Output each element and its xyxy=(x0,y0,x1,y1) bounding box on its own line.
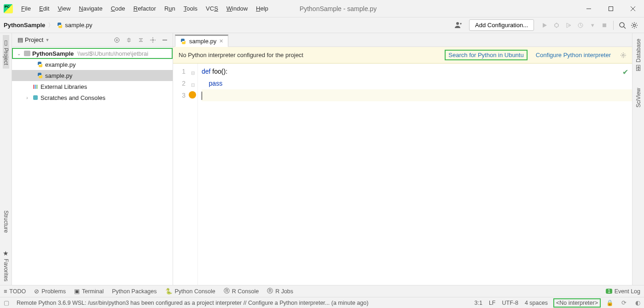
add-configuration-button[interactable]: Add Configuration... xyxy=(469,19,534,31)
svg-rect-23 xyxy=(35,85,36,89)
svg-rect-22 xyxy=(33,85,35,89)
inspection-ok-icon[interactable]: ✔ xyxy=(622,66,628,78)
menu-help[interactable]: Help xyxy=(252,3,272,14)
folder-icon: ▯ xyxy=(4,39,8,46)
status-message[interactable]: Remote Python 3.6.9 WSL: /usr/bin/python… xyxy=(17,300,468,306)
sciview-tool-button[interactable]: SciView xyxy=(635,84,642,111)
python-packages-tool-button[interactable]: Python Packages xyxy=(112,288,157,295)
r-console-tool-button[interactable]: ⓇR Console xyxy=(224,287,259,295)
python-console-tool-button[interactable]: 🐍Python Console xyxy=(165,288,215,295)
stop-button[interactable] xyxy=(598,19,610,31)
structure-tool-button[interactable]: Structure xyxy=(3,207,9,237)
indexing-icon[interactable]: ◐ xyxy=(634,299,641,307)
code-content[interactable]: ✔ def foo(): pass xyxy=(198,64,632,285)
user-icon[interactable]: ▾ xyxy=(453,19,464,31)
r-icon: Ⓡ xyxy=(267,287,273,295)
fold-icon[interactable]: ⊟ xyxy=(191,67,195,79)
fold-end-icon[interactable]: ⊡ xyxy=(191,79,195,91)
tool-window-toggle-icon[interactable]: ▢ xyxy=(3,299,10,307)
lock-icon[interactable]: 🔒 xyxy=(606,299,614,307)
banner-message: No Python interpreter configured for the… xyxy=(179,52,439,58)
menu-tools[interactable]: Tools xyxy=(180,3,201,14)
breadcrumb-project[interactable]: PythonSample xyxy=(4,22,45,29)
project-header: ▤ Project ▼ xyxy=(12,33,173,47)
indent-info[interactable]: 4 spaces xyxy=(525,300,548,306)
r-jobs-tool-button[interactable]: ⓇR Jobs xyxy=(267,287,293,295)
breadcrumb-file[interactable]: sample.py xyxy=(57,22,92,29)
python-file-icon xyxy=(37,61,43,68)
svg-point-6 xyxy=(555,23,558,27)
collapse-all-button[interactable] xyxy=(136,35,146,45)
hide-button[interactable] xyxy=(160,35,170,45)
run-button[interactable] xyxy=(539,19,551,31)
terminal-icon: ▣ xyxy=(74,288,80,295)
r-icon: Ⓡ xyxy=(224,287,230,295)
tree-external-libraries[interactable]: External Libraries xyxy=(12,81,173,92)
menu-window[interactable]: Window xyxy=(223,3,251,14)
svg-line-16 xyxy=(624,27,626,29)
python-icon: 🐍 xyxy=(165,288,173,295)
profile-button[interactable] xyxy=(574,19,586,31)
code-editor[interactable]: 1⊟ 2⊡ 3 ✔ def foo(): pass xyxy=(173,64,632,285)
menu-view[interactable]: View xyxy=(54,3,74,14)
coverage-button[interactable] xyxy=(563,19,574,31)
window-controls xyxy=(578,0,644,17)
menu-navigate[interactable]: Navigate xyxy=(75,3,106,14)
project-view-selector[interactable]: ▤ Project ▼ xyxy=(15,35,52,44)
expand-icon[interactable]: ⌄ xyxy=(16,51,22,56)
editor-tab[interactable]: sample.py ✕ xyxy=(175,35,228,47)
todo-tool-button[interactable]: ≡TODO xyxy=(4,288,26,295)
python-file-icon xyxy=(180,38,186,45)
svg-text:▾: ▾ xyxy=(460,22,462,26)
svg-point-17 xyxy=(633,24,636,26)
menu-bar: File Edit View Navigate Code Refactor Ru… xyxy=(17,3,272,14)
interpreter-status[interactable]: <No interpreter> xyxy=(554,299,600,307)
expand-icon[interactable]: › xyxy=(24,95,30,100)
tree-file[interactable]: example.py xyxy=(12,59,173,70)
left-tool-stripe: ▯Project Structure ★Favorites xyxy=(0,33,12,285)
python-file-icon xyxy=(57,22,63,29)
cursor xyxy=(202,92,202,100)
close-tab-icon[interactable]: ✕ xyxy=(219,38,223,44)
tree-root[interactable]: ⌄ PythonSample \\wsl$\Ubuntu\home\jetbra… xyxy=(12,48,173,59)
debug-button[interactable] xyxy=(551,19,563,31)
line-separator[interactable]: LF xyxy=(489,300,496,306)
tree-scratches[interactable]: › Scratches and Consoles xyxy=(12,92,173,103)
run-dropdown-icon[interactable]: ▾ xyxy=(586,19,598,31)
ide-settings-button[interactable] xyxy=(628,19,640,31)
bottom-tool-stripe: ≡TODO ⊘Problems ▣Terminal Python Package… xyxy=(0,285,644,297)
expand-all-button[interactable] xyxy=(124,35,134,45)
minimize-button[interactable] xyxy=(578,0,600,17)
python-file-icon xyxy=(37,72,43,79)
event-log-button[interactable]: 1Event Log xyxy=(606,288,640,295)
select-opened-file-button[interactable] xyxy=(112,35,122,45)
search-python-link[interactable]: Search for Python in Ubuntu xyxy=(446,51,526,59)
project-tool-button[interactable]: ▯Project xyxy=(3,35,9,69)
maximize-button[interactable] xyxy=(600,0,622,17)
project-settings-button[interactable] xyxy=(148,35,158,45)
terminal-tool-button[interactable]: ▣Terminal xyxy=(74,288,104,295)
svg-rect-25 xyxy=(33,95,38,100)
svg-point-15 xyxy=(620,23,624,27)
problems-tool-button[interactable]: ⊘Problems xyxy=(34,288,66,295)
banner-settings-icon[interactable] xyxy=(620,52,627,58)
sync-icon[interactable]: ⟳ xyxy=(620,299,627,307)
menu-file[interactable]: File xyxy=(17,3,35,14)
list-icon: ≡ xyxy=(4,288,7,295)
file-encoding[interactable]: UTF-8 xyxy=(502,300,518,306)
tree-file-selected[interactable]: sample.py xyxy=(12,70,173,81)
menu-run[interactable]: Run xyxy=(161,3,179,14)
menu-edit[interactable]: Edit xyxy=(35,3,53,14)
configure-interpreter-link[interactable]: Configure Python interpreter xyxy=(533,51,614,59)
favorites-tool-button[interactable]: ★Favorites xyxy=(3,246,9,285)
intention-bulb-icon[interactable] xyxy=(189,91,196,99)
menu-vcs[interactable]: VCS xyxy=(202,3,222,14)
close-button[interactable] xyxy=(622,0,644,17)
right-tool-stripe: 🗄Database SciView xyxy=(632,33,644,285)
menu-refactor[interactable]: Refactor xyxy=(130,3,160,14)
scratches-icon xyxy=(32,94,39,101)
menu-code[interactable]: Code xyxy=(107,3,129,14)
caret-position[interactable]: 3:1 xyxy=(475,300,482,306)
search-everywhere-button[interactable] xyxy=(616,19,628,31)
database-tool-button[interactable]: 🗄Database xyxy=(635,35,642,75)
